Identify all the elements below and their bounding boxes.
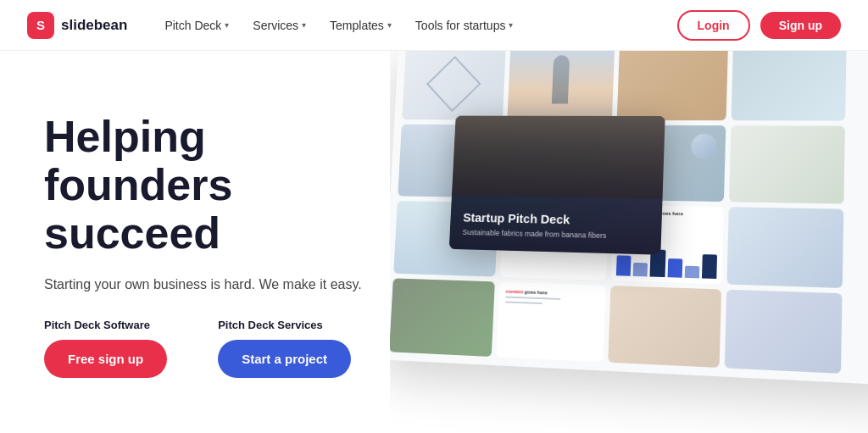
hero-left: Helping founders succeed Starting your o… xyxy=(0,51,390,433)
navigation: S slidebean Pitch Deck ▾ Services ▾ Temp… xyxy=(0,0,868,51)
slide-thumb xyxy=(725,290,843,374)
chevron-down-icon: ▾ xyxy=(509,20,513,30)
slide-thumb: content goes here xyxy=(496,282,605,363)
slide-thumb xyxy=(507,51,615,120)
main-content: Helping founders succeed Starting your o… xyxy=(0,51,868,433)
logo[interactable]: S slidebean xyxy=(27,12,127,39)
nav-links: Pitch Deck ▾ Services ▾ Templates ▾ Tool… xyxy=(154,14,676,37)
nav-pitch-deck[interactable]: Pitch Deck ▾ xyxy=(154,14,239,37)
cta-label-right: Pitch Deck Services xyxy=(218,319,351,331)
featured-slide-content: Startup Pitch Deck Sustainable fabrics m… xyxy=(449,116,665,255)
hero-right: Heading content goes here Heading conten… xyxy=(390,51,868,433)
slide-thumb xyxy=(617,51,728,120)
slide-thumb xyxy=(608,286,721,368)
slide-thumb xyxy=(732,51,847,121)
nav-services[interactable]: Services ▾ xyxy=(242,14,316,37)
cta-group-left: Pitch Deck Software Free sign up xyxy=(44,319,167,378)
slide-thumb xyxy=(390,278,495,357)
free-signup-button[interactable]: Free sign up xyxy=(44,340,167,378)
cta-section: Pitch Deck Software Free sign up Pitch D… xyxy=(44,319,390,378)
chevron-down-icon: ▾ xyxy=(387,20,392,30)
cta-label-left: Pitch Deck Software xyxy=(44,319,167,331)
chevron-down-icon: ▾ xyxy=(225,20,229,30)
slide-thumb xyxy=(726,207,843,288)
hero-subtitle: Starting your own business is hard. We m… xyxy=(44,275,390,295)
logo-icon: S xyxy=(27,12,54,39)
nav-templates[interactable]: Templates ▾ xyxy=(320,14,402,37)
start-project-button[interactable]: Start a project xyxy=(218,340,351,378)
featured-slide: Startup Pitch Deck Sustainable fabrics m… xyxy=(449,116,665,255)
hero-title: Helping founders succeed xyxy=(44,113,390,258)
chevron-down-icon: ▾ xyxy=(302,20,306,30)
slide-thumb xyxy=(729,125,845,203)
slide-thumb xyxy=(402,51,506,119)
logo-text: slidebean xyxy=(61,17,127,34)
nav-tools[interactable]: Tools for startups ▾ xyxy=(405,14,524,37)
login-button[interactable]: Login xyxy=(677,10,750,41)
signup-nav-button[interactable]: Sign up xyxy=(760,12,841,39)
cta-group-right: Pitch Deck Services Start a project xyxy=(218,319,351,378)
slide-collage: Heading content goes here Heading conten… xyxy=(390,51,868,433)
nav-actions: Login Sign up xyxy=(677,10,841,41)
